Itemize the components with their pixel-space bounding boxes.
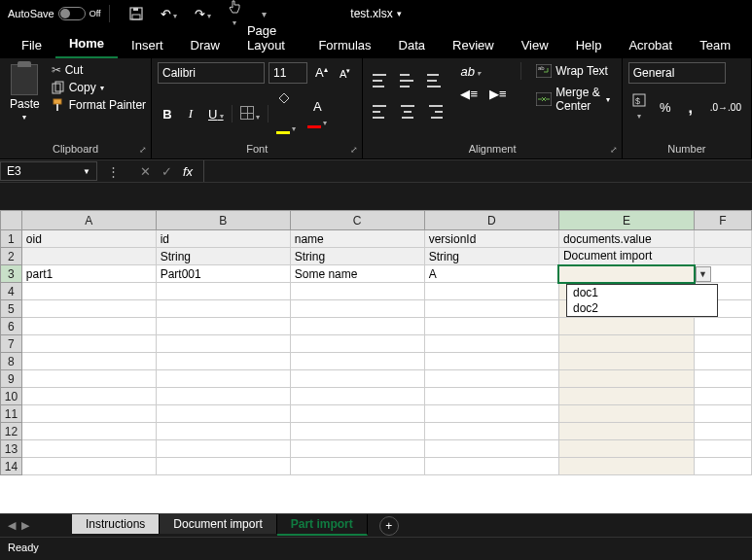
cell[interactable] [21, 440, 156, 458]
cell[interactable] [424, 370, 558, 388]
cell[interactable] [156, 405, 290, 423]
align-center-icon[interactable] [396, 93, 419, 121]
cell[interactable]: part1 [21, 265, 156, 283]
add-sheet-button[interactable]: + [379, 516, 399, 536]
cell[interactable] [156, 370, 290, 388]
cell[interactable] [21, 353, 156, 370]
cell[interactable] [290, 353, 424, 370]
autosave-toggle[interactable]: AutoSave Off [8, 7, 101, 20]
cell[interactable]: Some name [290, 265, 424, 283]
dialog-launcher-icon[interactable]: ⤢ [610, 145, 618, 155]
row-header[interactable]: 2 [1, 248, 22, 265]
cell[interactable]: oid [21, 230, 156, 248]
tab-help[interactable]: Help [562, 32, 616, 58]
row-header[interactable]: 12 [1, 423, 22, 440]
cell[interactable] [290, 423, 424, 440]
row-header[interactable]: 5 [1, 300, 22, 318]
tab-draw[interactable]: Draw [177, 32, 233, 58]
cell[interactable] [290, 370, 424, 388]
cell[interactable] [156, 283, 290, 300]
cell[interactable]: name [290, 230, 424, 248]
align-right-icon[interactable] [423, 93, 447, 121]
cell[interactable] [21, 283, 156, 300]
cell[interactable] [290, 388, 424, 405]
comma-icon[interactable]: , [681, 97, 700, 119]
cell[interactable] [424, 335, 558, 353]
wrap-text-button[interactable]: ab Wrap Text [530, 62, 615, 80]
align-middle-icon[interactable] [396, 62, 419, 89]
cell[interactable] [695, 353, 752, 370]
tab-page-layout[interactable]: Page Layout [233, 18, 304, 58]
fill-color-button[interactable] [272, 91, 300, 136]
sheet-nav-prev-icon[interactable]: ◀ [8, 519, 16, 532]
cell[interactable] [695, 230, 752, 248]
cell[interactable]: documents.value [558, 230, 694, 248]
italic-button[interactable]: I [181, 104, 200, 123]
sheet-tab[interactable]: Part import [277, 514, 368, 536]
undo-icon[interactable]: ↶ [157, 5, 181, 23]
orientation-button[interactable]: ab [456, 62, 484, 81]
more-icon[interactable]: ⋮ [103, 162, 124, 181]
cell[interactable] [21, 458, 156, 475]
cell[interactable] [695, 440, 752, 458]
fx-icon[interactable]: fx [178, 162, 197, 181]
cell[interactable] [695, 370, 752, 388]
cell[interactable] [156, 458, 290, 475]
cell[interactable] [424, 423, 558, 440]
cell[interactable] [558, 405, 694, 423]
dialog-launcher-icon[interactable]: ⤢ [139, 145, 147, 155]
spreadsheet-grid[interactable]: ABCDEF1oididnameversionIddocuments.value… [0, 210, 752, 513]
cell[interactable]: ▼ [558, 265, 694, 283]
toggle-switch[interactable] [58, 7, 86, 20]
accounting-format-icon[interactable]: $ [628, 91, 650, 123]
cell[interactable] [424, 440, 558, 458]
percent-icon[interactable]: % [656, 98, 675, 117]
tab-view[interactable]: View [508, 32, 562, 58]
row-header[interactable]: 7 [1, 335, 22, 353]
cell[interactable] [156, 388, 290, 405]
increase-decimal-icon[interactable]: .0→.00 [706, 100, 745, 115]
cell[interactable] [558, 423, 694, 440]
cell[interactable] [695, 405, 752, 423]
cell[interactable]: versionId [424, 230, 558, 248]
column-header[interactable]: C [290, 211, 424, 230]
bold-button[interactable]: B [158, 105, 177, 123]
cell[interactable]: String [290, 248, 424, 265]
dropdown-option[interactable]: doc2 [567, 300, 717, 316]
column-header[interactable]: E [558, 211, 694, 230]
cell[interactable] [290, 458, 424, 475]
row-header[interactable]: 11 [1, 405, 22, 423]
enter-icon[interactable]: ✓ [157, 162, 176, 181]
cell[interactable] [156, 300, 290, 318]
cell-dropdown-arrow-icon[interactable]: ▼ [696, 266, 711, 282]
align-left-icon[interactable] [369, 93, 392, 121]
decrease-indent-icon[interactable]: ◀≡ [456, 85, 482, 103]
cell[interactable] [156, 335, 290, 353]
cell[interactable] [695, 423, 752, 440]
increase-indent-icon[interactable]: ▶≡ [485, 85, 511, 103]
name-box[interactable]: E3 ▼ [0, 161, 97, 181]
cell[interactable] [290, 335, 424, 353]
sheet-tab[interactable]: Instructions [72, 514, 160, 534]
cell[interactable] [424, 353, 558, 370]
cell[interactable] [558, 335, 694, 353]
tab-formulas[interactable]: Formulas [304, 32, 384, 58]
cell[interactable] [21, 300, 156, 318]
row-header[interactable]: 13 [1, 440, 22, 458]
cell[interactable] [695, 458, 752, 475]
redo-icon[interactable]: ↷ [191, 5, 215, 23]
column-header[interactable]: F [695, 211, 752, 230]
cell[interactable] [21, 318, 156, 335]
cell[interactable] [290, 440, 424, 458]
column-header[interactable]: A [21, 211, 156, 230]
tab-review[interactable]: Review [439, 32, 508, 58]
tab-insert[interactable]: Insert [118, 32, 177, 58]
cell[interactable] [424, 388, 558, 405]
paste-button[interactable]: Paste ▾ [6, 62, 44, 123]
sheet-tab[interactable]: Document import [160, 514, 276, 534]
column-header[interactable]: B [156, 211, 290, 230]
cell[interactable] [21, 248, 156, 265]
cell[interactable] [290, 318, 424, 335]
select-all-corner[interactable] [1, 211, 22, 230]
cell[interactable]: String [424, 248, 558, 265]
